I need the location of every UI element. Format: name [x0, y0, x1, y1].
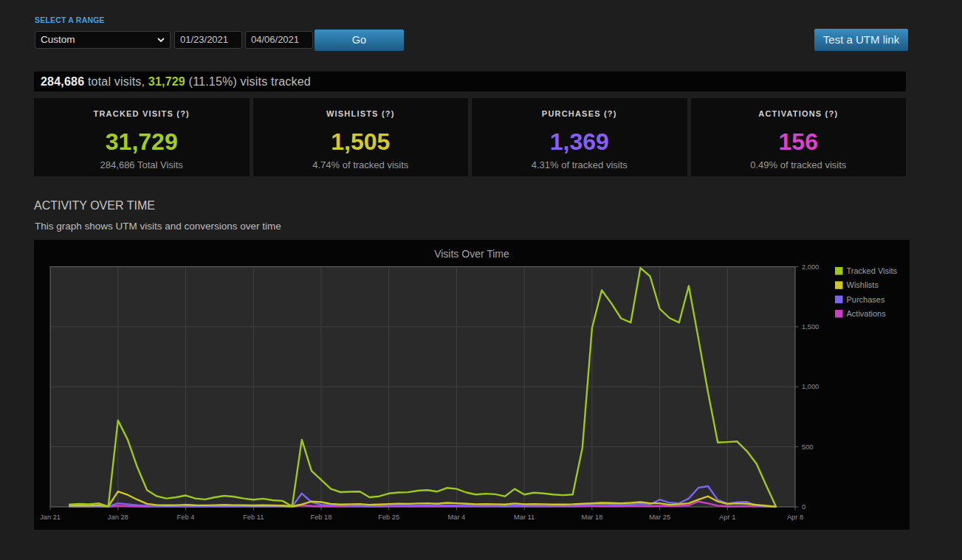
svg-text:Feb 18: Feb 18	[311, 514, 332, 521]
svg-text:Apr 8: Apr 8	[787, 514, 803, 521]
svg-text:Mar 18: Mar 18	[581, 514, 602, 521]
svg-text:Feb 11: Feb 11	[243, 514, 264, 521]
svg-text:Mar 4: Mar 4	[448, 514, 466, 521]
svg-text:2,000: 2,000	[802, 263, 819, 271]
svg-text:Wishlists: Wishlists	[847, 280, 879, 289]
svg-text:500: 500	[802, 443, 814, 451]
svg-text:Mar 11: Mar 11	[514, 514, 535, 521]
svg-text:1,000: 1,000	[802, 383, 819, 390]
svg-text:Mar 25: Mar 25	[649, 514, 670, 521]
svg-text:Jan 28: Jan 28	[108, 514, 128, 521]
svg-text:Feb 4: Feb 4	[177, 514, 195, 521]
svg-text:1,500: 1,500	[802, 323, 819, 331]
svg-text:Tracked Visits: Tracked Visits	[847, 266, 898, 275]
svg-text:Visits Over Time: Visits Over Time	[434, 248, 509, 260]
svg-text:Jan 21: Jan 21	[40, 514, 61, 521]
svg-text:Feb 25: Feb 25	[378, 514, 399, 521]
svg-text:0: 0	[802, 503, 805, 511]
svg-text:Apr 1: Apr 1	[719, 514, 735, 521]
svg-text:Purchases: Purchases	[847, 295, 885, 304]
svg-text:Activations: Activations	[847, 309, 887, 318]
